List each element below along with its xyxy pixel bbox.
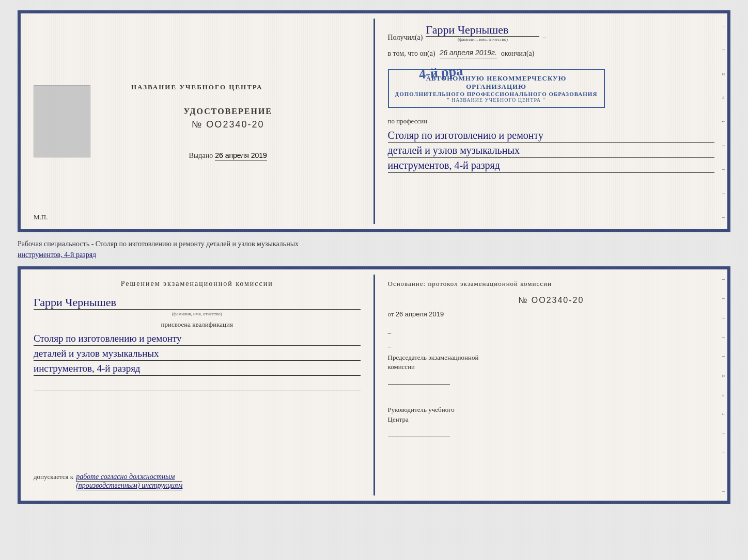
dash-sep: – <box>542 34 546 42</box>
bottom-name-hint: (фамилия, имя, отчество) <box>34 311 361 316</box>
prof-line-2: деталей и узлов музыкальных <box>388 145 715 158</box>
bottom-certificate: Решением экзаменационной комиссии Гарри … <box>18 266 730 504</box>
bottom-left-panel: Решением экзаменационной комиссии Гарри … <box>21 269 373 501</box>
date-line: в том, что он(а) 26 апреля 2019г. окончи… <box>388 49 715 58</box>
rukovod-label1: Руководитель учебного <box>388 405 715 414</box>
caption-text: Рабочая специальность - Столяр по изгото… <box>18 238 730 260</box>
profession-lines: Столяр по изготовлению и ремонту деталей… <box>388 130 715 173</box>
chairman-signature-line <box>388 374 450 385</box>
bottom-prof-line-1: Столяр по изготовлению и ремонту <box>34 333 361 346</box>
rukovod-signature-line <box>388 427 450 437</box>
stamp-line3: " НАЗВАНИЕ УЧЕБНОГО ЦЕНТРА " <box>395 97 598 103</box>
recipient-name: Гарри Чернышев <box>426 24 539 37</box>
okonchl-label: окончил(а) <box>501 50 535 58</box>
recipient-hint: (фамилия, имя, отчество) <box>426 37 539 42</box>
bottom-name-line: Гарри Чернышев <box>34 296 361 310</box>
date-value: 26 апреля 2019г. <box>440 49 497 58</box>
protocol-num: № OO2340-20 <box>388 296 715 305</box>
chairman-label1: Председатель экзаменационной <box>388 353 715 362</box>
dopusk-line: допускается к работе согласно должностны… <box>34 473 366 490</box>
chairman-label: Председатель экзаменационной комиссии <box>388 353 715 385</box>
learning-center-title: НАЗВАНИЕ УЧЕБНОГО ЦЕНТРА <box>131 83 263 91</box>
mp-label: М.П. <box>34 213 48 221</box>
chairman-label2: комиссии <box>388 362 715 372</box>
rukovod-label: Руководитель учебного Центра <box>388 405 715 437</box>
bottom-prof-line-2: деталей и узлов музыкальных <box>34 348 361 361</box>
right-vertical-marks: – – и а ← – – – – <box>720 13 727 229</box>
prof-line-3: инструментов, 4-й разряд <box>388 159 715 173</box>
bottom-prof-lines: Столяр по изготовлению и ремонту деталей… <box>34 333 361 376</box>
cert-left-panel: НАЗВАНИЕ УЧЕБНОГО ЦЕНТРА УДОСТОВЕРЕНИЕ №… <box>21 13 373 229</box>
cert-right-panel: Получил(а) Гарри Чернышев (фамилия, имя,… <box>375 13 728 229</box>
stamp-line2: ДОПОЛНИТЕЛЬНОГО ПРОФЕССИОНАЛЬНОГО ОБРАЗО… <box>395 91 598 97</box>
rukovod-label2: Центра <box>388 415 715 424</box>
kvali-label: присвоена квалификация <box>34 321 361 329</box>
ot-label: от <box>388 310 394 318</box>
top-certificate: НАЗВАНИЕ УЧЕБНОГО ЦЕНТРА УДОСТОВЕРЕНИЕ №… <box>18 10 730 232</box>
dopusk-label: допускается к <box>34 473 73 481</box>
issued-label: Выдано <box>189 152 213 159</box>
bottom-right-panel: Основание: протокол экзаменационной коми… <box>375 269 728 501</box>
bottom-right-vertical-marks: – – – – – и а ← – – – – <box>720 269 727 501</box>
osnov-title: Основание: протокол экзаменационной коми… <box>388 280 715 288</box>
protocol-date-val: 26 апреля 2019 <box>396 310 444 318</box>
issued-date: 26 апреля 2019 <box>215 151 267 161</box>
recipient-label: Получил(а) <box>388 34 423 42</box>
dopusk-value2: (производственным) инструкциям <box>76 482 182 490</box>
in-that-label: в том, что он(а) <box>388 50 435 58</box>
profession-label: по профессии <box>388 117 715 125</box>
cert-number: № OO2340-20 <box>183 119 272 130</box>
bottom-name: Гарри Чернышев <box>34 296 361 309</box>
caption-line1: Рабочая специальность - Столяр по изгото… <box>18 240 299 248</box>
stamp-area: АВТОНОМНУЮ НЕКОММЕРЧЕСКУЮ ОРГАНИЗАЦИЮ ДО… <box>388 69 715 108</box>
bottom-prof-line-3: инструментов, 4-й разряд <box>34 363 361 376</box>
prof-line-1: Столяр по изготовлению и ремонту <box>388 130 715 143</box>
dopusk-value1: работе согласно должностным <box>76 473 182 482</box>
caption-line2: инструментов, 4-й разряд <box>18 251 96 259</box>
protocol-date: от 26 апреля 2019 <box>388 310 715 318</box>
photo-placeholder <box>34 85 90 157</box>
decision-title: Решением экзаменационной комиссии <box>34 280 361 288</box>
recipient-line: Получил(а) Гарри Чернышев (фамилия, имя,… <box>388 24 715 42</box>
cert-type-label: УДОСТОВЕРЕНИЕ <box>183 107 272 116</box>
